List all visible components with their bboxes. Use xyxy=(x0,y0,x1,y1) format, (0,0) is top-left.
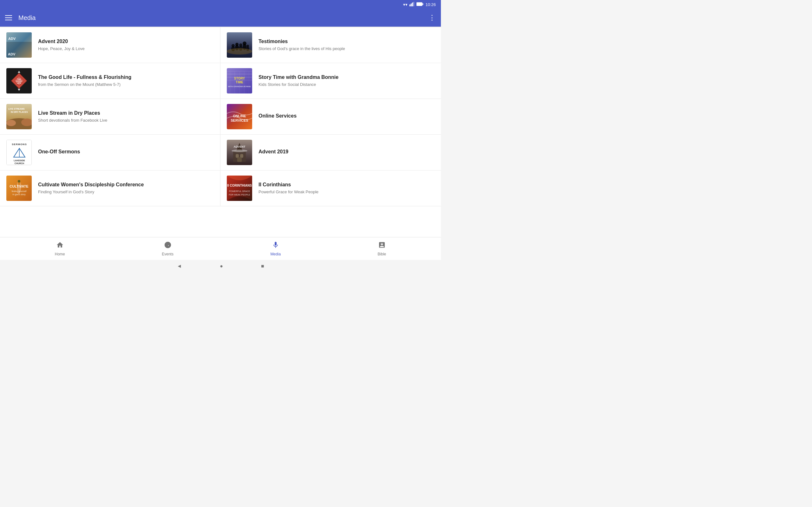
recent-button[interactable]: ■ xyxy=(261,263,264,269)
svg-text:STORY: STORY xyxy=(234,77,245,80)
media-title-corinthians: II Corinthians xyxy=(258,181,435,188)
svg-point-19 xyxy=(247,45,249,47)
thumbnail-storytime: STORY TIME WITH GRANDMA BONNIE xyxy=(227,68,252,94)
media-info-corinthians: II Corinthians Powerful Grace for Weak P… xyxy=(258,181,435,195)
nav-item-bible[interactable]: Bible xyxy=(370,239,394,259)
media-info-goodlife: The Good Life - Fullness & Flourishing f… xyxy=(38,74,214,88)
battery-icon xyxy=(416,2,423,7)
svg-rect-2 xyxy=(412,3,413,6)
media-item-livestream[interactable]: LIVE STREAMS IN DRY PLACES Live Stream i… xyxy=(0,99,220,135)
media-item-advent2020[interactable]: ADV Advent 2020 Hope, Peace, Joy & Love xyxy=(0,27,220,63)
media-item-testimonies[interactable]: Testimonies Stories of God's grace in th… xyxy=(220,27,441,63)
thumbnail-corinthians: II CORINTHIANS POWERFUL GRACE FOR WEAK P… xyxy=(227,176,252,201)
nav-item-events[interactable]: Events xyxy=(154,239,181,259)
media-info-sermons: One-Off Sermons xyxy=(38,149,214,157)
svg-rect-4 xyxy=(416,3,422,6)
nav-label-bible: Bible xyxy=(378,252,386,257)
media-title-storytime: Story Time with Grandma Bonnie xyxy=(258,74,435,81)
nav-label-events: Events xyxy=(162,252,173,257)
app-title: Media xyxy=(18,14,36,21)
more-button[interactable]: ⋮ xyxy=(428,14,436,22)
thumbnail-cultivate: CULTIVATE finding yourself in god's stor… xyxy=(6,176,32,201)
svg-point-15 xyxy=(232,44,235,47)
wifi-icon: ▾▾ xyxy=(403,2,408,7)
media-list: ADV Advent 2020 Hope, Peace, Joy & Love xyxy=(0,27,441,237)
thumbnail-goodlife: THE GOOD LIFE xyxy=(6,68,32,94)
svg-text:LIFE: LIFE xyxy=(17,82,21,84)
media-info-cultivate: Cultivate Women's Discipleship Conferenc… xyxy=(38,181,214,195)
thumbnail-livestream: LIVE STREAMS IN DRY PLACES xyxy=(6,104,32,129)
media-title-goodlife: The Good Life - Fullness & Flourishing xyxy=(38,74,214,81)
media-subtitle-advent2020: Hope, Peace, Joy & Love xyxy=(38,46,214,52)
media-item-corinthians[interactable]: II CORINTHIANS POWERFUL GRACE FOR WEAK P… xyxy=(220,170,441,206)
media-item-cultivate[interactable]: CULTIVATE finding yourself in god's stor… xyxy=(0,170,220,206)
media-item-storytime[interactable]: STORY TIME WITH GRANDMA BONNIE Story Tim… xyxy=(220,63,441,99)
svg-text:in god's story: in god's story xyxy=(12,193,26,196)
svg-text:SERVICES: SERVICES xyxy=(231,118,248,122)
svg-point-64 xyxy=(18,180,20,182)
bottom-nav: Home Events Media Bible xyxy=(0,237,441,260)
svg-text:finding yourself: finding yourself xyxy=(11,190,26,193)
status-bar: ▾▾ 10:26 xyxy=(0,0,441,9)
system-nav: ◄ ● ■ xyxy=(0,260,441,273)
thumbnail-testimonies xyxy=(227,32,252,58)
svg-point-20 xyxy=(227,48,252,55)
media-info-advent2019: Advent 2019 xyxy=(258,149,435,157)
menu-button[interactable] xyxy=(5,15,12,20)
svg-text:II CORINTHIANS: II CORINTHIANS xyxy=(227,184,252,187)
media-grid: ADV Advent 2020 Hope, Peace, Joy & Love xyxy=(0,27,441,206)
svg-text:SERMONS: SERMONS xyxy=(12,143,27,146)
svg-point-17 xyxy=(239,43,242,47)
home-icon xyxy=(56,241,64,250)
svg-text:ONLINE: ONLINE xyxy=(233,114,246,118)
media-info-testimonies: Testimonies Stories of God's grace in th… xyxy=(258,38,435,52)
nav-item-media[interactable]: Media xyxy=(263,239,288,259)
thumbnail-advent2019: ADVENT xyxy=(227,140,252,165)
app-bar: Media ⋮ xyxy=(0,9,441,26)
svg-text:ADVENT: ADVENT xyxy=(234,145,246,148)
media-item-advent2019[interactable]: ADVENT Advent 2019 xyxy=(220,135,441,170)
svg-text:POWERFUL GRACE: POWERFUL GRACE xyxy=(229,190,250,192)
media-subtitle-testimonies: Stories of God's grace in the lives of H… xyxy=(258,46,435,52)
svg-point-61 xyxy=(232,150,247,152)
media-subtitle-livestream: Short devotionals from Facebook Live xyxy=(38,118,214,123)
svg-text:FOR WEAK PEOPLE: FOR WEAK PEOPLE xyxy=(229,193,250,196)
events-icon xyxy=(164,241,171,250)
media-title-livestream: Live Stream in Dry Places xyxy=(38,110,214,117)
svg-text:IN DRY PLACES: IN DRY PLACES xyxy=(11,111,28,113)
media-title-advent2020: Advent 2020 xyxy=(38,38,214,45)
svg-rect-8 xyxy=(6,42,32,58)
nav-item-home[interactable]: Home xyxy=(47,239,72,259)
media-info-livestream: Live Stream in Dry Places Short devotion… xyxy=(38,110,214,124)
svg-text:LAKESIDE: LAKESIDE xyxy=(14,159,25,162)
svg-rect-5 xyxy=(422,3,423,5)
media-subtitle-corinthians: Powerful Grace for Weak People xyxy=(258,189,435,195)
svg-rect-1 xyxy=(411,3,412,6)
svg-rect-0 xyxy=(409,4,410,6)
media-info-storytime: Story Time with Grandma Bonnie Kids Stor… xyxy=(258,74,435,88)
media-subtitle-storytime: Kids Stories for Social Distance xyxy=(258,82,435,88)
svg-text:CHURCH: CHURCH xyxy=(14,162,24,164)
media-item-sermons[interactable]: SERMONS LAKESIDE CHURCH One-Off Sermons xyxy=(0,135,220,170)
media-subtitle-cultivate: Finding Yourself in God's Story xyxy=(38,189,214,195)
media-item-onlineservices[interactable]: ONLINE SERVICES Online Services xyxy=(220,99,441,135)
svg-text:WITH GRANDMA BONNIE: WITH GRANDMA BONNIE xyxy=(228,86,251,88)
media-icon xyxy=(272,241,280,250)
thumb-img: ADV xyxy=(6,32,32,58)
media-subtitle-goodlife: from the Sermon on the Mount (Matthew 5-… xyxy=(38,82,214,88)
home-button[interactable]: ● xyxy=(220,263,223,269)
media-info-advent2020: Advent 2020 Hope, Peace, Joy & Love xyxy=(38,38,214,52)
media-title-testimonies: Testimonies xyxy=(258,38,435,45)
svg-rect-63 xyxy=(6,176,32,201)
media-item-goodlife[interactable]: THE GOOD LIFE The Good Life - Fullness &… xyxy=(0,63,220,99)
media-info-onlineservices: Online Services xyxy=(258,113,435,121)
signal-icon xyxy=(409,2,415,7)
time-display: 10:26 xyxy=(425,2,436,7)
svg-rect-60 xyxy=(237,157,242,162)
media-title-onlineservices: Online Services xyxy=(258,113,435,119)
svg-rect-3 xyxy=(413,2,414,6)
bible-icon xyxy=(378,241,386,250)
thumbnail-advent2020: ADV xyxy=(6,32,32,58)
media-title-sermons: One-Off Sermons xyxy=(38,149,214,155)
back-button[interactable]: ◄ xyxy=(177,263,182,269)
